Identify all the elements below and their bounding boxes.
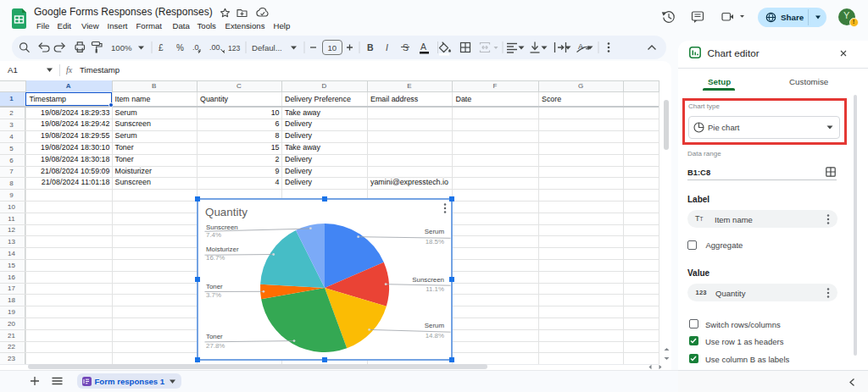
svg-text:I: I [386,42,388,52]
svg-text:B: B [367,42,374,52]
svg-text:123: 123 [228,44,241,52]
svg-text:£: £ [159,43,164,52]
svg-text:A: A [578,42,583,51]
svg-text:Defaul...: Defaul... [252,43,282,52]
svg-text:A: A [420,41,426,52]
svg-text:.0: .0 [192,43,199,52]
svg-text:10: 10 [328,43,337,52]
svg-text:.00: .00 [209,43,220,52]
svg-text:100%: 100% [111,43,132,52]
svg-text:%: % [176,43,184,52]
